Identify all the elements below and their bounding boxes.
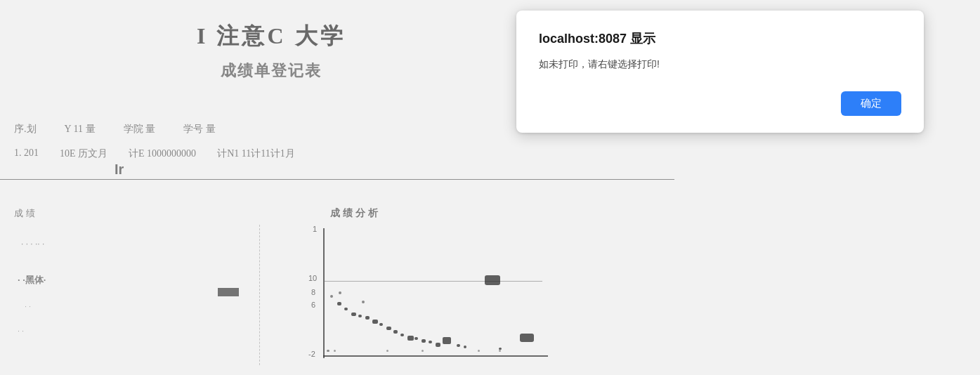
dialog-footer: 确定 [539, 91, 901, 116]
dialog: localhost:8087 显示 如未打印，请右键选择打印! 确定 [516, 11, 924, 133]
dialog-title: localhost:8087 显示 [539, 30, 901, 47]
confirm-button[interactable]: 确定 [841, 91, 901, 116]
dialog-message: 如未打印，请右键选择打印! [539, 57, 901, 72]
